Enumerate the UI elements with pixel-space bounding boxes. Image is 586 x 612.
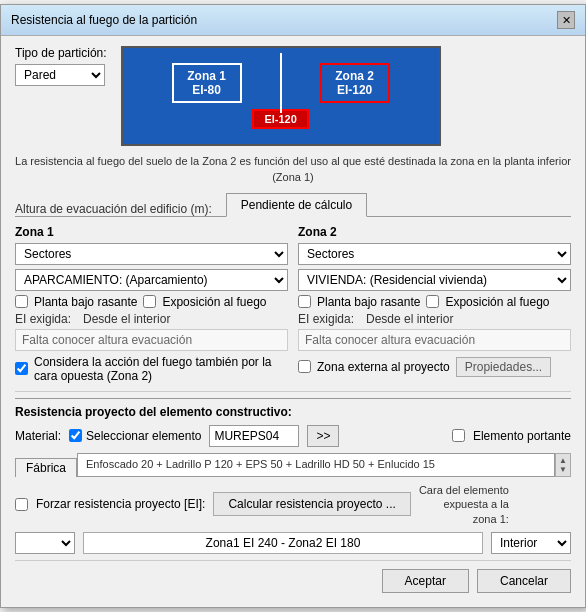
cara-label: Cara del elemento expuesta a la zona 1: [419, 483, 509, 526]
zona2-ei-label: EI exigida: [298, 312, 358, 326]
dialog-body: Tipo de partición: Pared Forjado Zona 1 … [1, 36, 585, 607]
zona1-sectores-select[interactable]: Sectores [15, 243, 288, 265]
zona1-planta-label: Planta bajo rasante [34, 295, 137, 309]
zona2-uso-select[interactable]: VIVIENDA: (Residencial vivienda) [298, 269, 571, 291]
dialog: Resistencia al fuego de la partición ✕ T… [0, 4, 586, 608]
elemento-portante-checkbox[interactable] [452, 429, 465, 442]
aceptar-button[interactable]: Aceptar [382, 569, 469, 593]
close-button[interactable]: ✕ [557, 11, 575, 29]
forzar-label: Forzar resistencia proyecto [EI]: [36, 497, 205, 511]
forzar-row: Forzar resistencia proyecto [EI]: Calcul… [15, 483, 571, 526]
scroll-up-icon[interactable]: ▲ [559, 456, 567, 465]
zona2-ei: EI-120 [334, 83, 376, 97]
top-section: Tipo de partición: Pared Forjado Zona 1 … [15, 46, 571, 146]
zona2-box: Zona 2 EI-120 [320, 63, 390, 103]
zona2-planta-label: Planta bajo rasante [317, 295, 420, 309]
seleccionar-label: Seleccionar elemento [86, 429, 201, 443]
tipo-particion-select[interactable]: Pared Forjado [15, 64, 105, 86]
zona2-ei-value: Desde el interior [366, 312, 453, 326]
zona1-ei-row: EI exigida: Desde el interior [15, 312, 288, 326]
material-row: Material: Seleccionar elemento >> Elemen… [15, 425, 571, 447]
zones-section: Zona 1 Sectores APARCAMIENTO: (Aparcamie… [15, 225, 571, 383]
zona2-externa-row: Zona externa al proyecto Propiedades... [298, 357, 571, 377]
zona1-label: Zona 1 [186, 69, 228, 83]
zona1-falta-text: Falta conocer altura evacuación [15, 329, 288, 351]
title-bar: Resistencia al fuego de la partición ✕ [1, 5, 585, 36]
forzar-value-select[interactable] [15, 532, 75, 554]
zona2-col-label: Zona 2 [298, 225, 571, 239]
cancelar-button[interactable]: Cancelar [477, 569, 571, 593]
interior-select[interactable]: Interior Exterior [491, 532, 571, 554]
zona1-box: Zona 1 EI-80 [172, 63, 242, 103]
buttons-row: Aceptar Cancelar [15, 560, 571, 597]
tab-pendiente[interactable]: Pendiente de cálculo [226, 193, 367, 217]
tipo-particion-section: Tipo de partición: Pared Forjado [15, 46, 107, 86]
altura-label: Altura de evacuación del edificio (m): [15, 202, 212, 216]
zona2-sectores-select[interactable]: Sectores [298, 243, 571, 265]
zona2-externa-checkbox[interactable] [298, 360, 311, 373]
zona2-planta-row: Planta bajo rasante Exposición al fuego [298, 295, 571, 309]
scroll-down-icon[interactable]: ▼ [559, 465, 567, 474]
zona2-label: Zona 2 [334, 69, 376, 83]
fabrica-content: Enfoscado 20 + Ladrillo P 120 + EPS 50 +… [77, 453, 555, 477]
zona2-exposicion-label: Exposición al fuego [445, 295, 549, 309]
fabrica-tab[interactable]: Fábrica [15, 458, 77, 477]
zona1-ei: EI-80 [186, 83, 228, 97]
separator1 [15, 391, 571, 392]
zona1-considera-checkbox[interactable] [15, 362, 28, 375]
zona2-externa-label: Zona externa al proyecto [317, 360, 450, 374]
zona1-considera-label: Considera la acción del fuego también po… [34, 355, 288, 383]
material-input[interactable] [209, 425, 299, 447]
material-label: Material: [15, 429, 61, 443]
zona2-exposicion-checkbox[interactable] [426, 295, 439, 308]
zone-divider [280, 53, 282, 113]
zona1-col-label: Zona 1 [15, 225, 288, 239]
seleccionar-checkbox[interactable] [69, 429, 82, 442]
fabrica-container: Fábrica Enfoscado 20 + Ladrillo P 120 + … [15, 453, 571, 477]
zona2-col: Zona 2 Sectores VIVIENDA: (Residencial v… [298, 225, 571, 383]
forzar-checkbox[interactable] [15, 498, 28, 511]
scrollbar[interactable]: ▲ ▼ [555, 453, 571, 477]
partition-diagram: Zona 1 EI-80 Zona 2 EI-120 EI-120 [121, 46, 441, 146]
arrow-button[interactable]: >> [307, 425, 339, 447]
zona1-uso-select[interactable]: APARCAMIENTO: (Aparcamiento) [15, 269, 288, 291]
result-row: Zona1 EI 240 - Zona2 EI 180 Interior Ext… [15, 532, 571, 554]
seleccionar-check: Seleccionar elemento [69, 429, 201, 443]
propiedades-button[interactable]: Propiedades... [456, 357, 551, 377]
zona1-col: Zona 1 Sectores APARCAMIENTO: (Aparcamie… [15, 225, 288, 383]
zona1-exposicion-checkbox[interactable] [143, 295, 156, 308]
zona2-ei-row: EI exigida: Desde el interior [298, 312, 571, 326]
dialog-title: Resistencia al fuego de la partición [11, 13, 197, 27]
resistencia-label: Resistencia proyecto del elemento constr… [15, 405, 571, 419]
zona1-planta-checkbox[interactable] [15, 295, 28, 308]
tipo-particion-label: Tipo de partición: [15, 46, 107, 60]
calcular-button[interactable]: Calcular resistencia proyecto ... [213, 492, 410, 516]
zona1-ei-value: Desde el interior [83, 312, 170, 326]
resistencia-section: Resistencia proyecto del elemento constr… [15, 398, 571, 554]
zona1-ei-label: EI exigida: [15, 312, 75, 326]
result-box: Zona1 EI 240 - Zona2 EI 180 [83, 532, 483, 554]
zona1-planta-row: Planta bajo rasante Exposición al fuego [15, 295, 288, 309]
info-text: La resistencia al fuego del suelo de la … [15, 154, 571, 185]
fabrica-tab-container: Fábrica [15, 453, 77, 477]
zones-row: Zona 1 EI-80 Zona 2 EI-120 [123, 63, 439, 103]
tabs-row: Altura de evacuación del edificio (m): P… [15, 193, 571, 217]
zona1-considera-row: Considera la acción del fuego también po… [15, 355, 288, 383]
zona2-falta-text: Falta conocer altura evacuación [298, 329, 571, 351]
zona1-exposicion-label: Exposición al fuego [162, 295, 266, 309]
elemento-portante-label: Elemento portante [473, 429, 571, 443]
zona2-planta-checkbox[interactable] [298, 295, 311, 308]
